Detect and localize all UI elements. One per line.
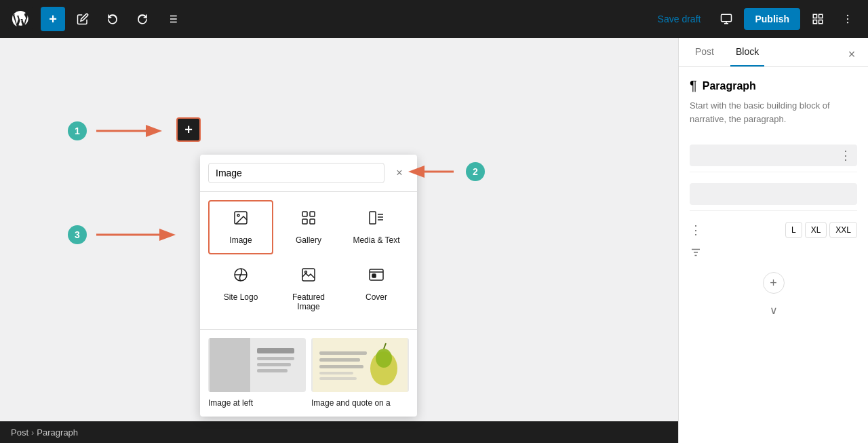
svg-rect-22 bbox=[310, 212, 315, 216]
svg-rect-6 bbox=[722, 14, 732, 22]
tab-block[interactable]: Block bbox=[730, 38, 764, 66]
add-block-editor-button[interactable]: + bbox=[176, 117, 201, 142]
image-block-label: Image bbox=[229, 235, 252, 245]
more-options-button[interactable] bbox=[835, 7, 860, 31]
main-layout: 1 + 3 bbox=[0, 38, 868, 443]
thumbnail-image-quote-label: Image and quote on a bbox=[311, 398, 391, 408]
sidebar-controls: ⋮ ⋮ L XL XXL bbox=[690, 139, 857, 321]
block-item-cover[interactable]: Cover bbox=[344, 257, 409, 321]
tab-post[interactable]: Post bbox=[690, 38, 719, 66]
block-item-featured-image[interactable]: Featured Image bbox=[276, 257, 341, 321]
svg-point-20 bbox=[237, 214, 239, 216]
list-view-icon bbox=[166, 13, 178, 25]
block-item-image[interactable]: Image bbox=[208, 200, 273, 254]
step-3-circle: 3 bbox=[68, 225, 87, 244]
preview-button[interactable] bbox=[714, 7, 738, 31]
size-xxl-button[interactable]: XXL bbox=[829, 222, 857, 238]
more-options-sidebar-icon[interactable]: ⋮ bbox=[690, 223, 702, 237]
paragraph-icon: ¶ bbox=[690, 78, 697, 94]
list-view-button[interactable] bbox=[160, 7, 184, 31]
sidebar-add-row: + bbox=[690, 272, 857, 294]
svg-rect-21 bbox=[302, 212, 307, 216]
size-l-button[interactable]: L bbox=[785, 222, 802, 238]
svg-rect-48 bbox=[319, 377, 357, 380]
publish-button[interactable]: Publish bbox=[744, 8, 800, 30]
annotation-1: 1 bbox=[68, 121, 168, 141]
redo-button[interactable] bbox=[130, 7, 155, 31]
editor-area[interactable]: 1 + 3 bbox=[0, 38, 678, 443]
block-picker-grid: Image Gallery bbox=[200, 192, 417, 329]
size-xl-button[interactable]: XL bbox=[805, 222, 827, 238]
toolbar: + Save draft Publish bbox=[0, 0, 868, 38]
sidebar-block-name: Paragraph bbox=[703, 80, 756, 92]
arrow-1 bbox=[87, 121, 168, 141]
sidebar-block-title-row: ¶ Paragraph bbox=[690, 78, 857, 94]
svg-rect-38 bbox=[257, 363, 291, 366]
step-2-circle: 2 bbox=[466, 162, 485, 181]
svg-rect-45 bbox=[319, 358, 360, 362]
block-item-site-logo[interactable]: Site Logo bbox=[208, 257, 273, 321]
more-options-icon bbox=[842, 13, 854, 25]
svg-rect-46 bbox=[319, 365, 363, 368]
block-item-media-text[interactable]: Media & Text bbox=[344, 200, 409, 254]
block-picker-thumbnails: Image at left bbox=[200, 329, 417, 417]
settings-icon bbox=[812, 13, 824, 25]
annotation-2-container: 2 bbox=[402, 161, 485, 182]
thumbnail-image-quote[interactable]: Image and quote on a bbox=[311, 338, 409, 408]
svg-rect-12 bbox=[813, 20, 816, 24]
add-block-toolbar-button[interactable]: + bbox=[41, 7, 65, 31]
sidebar-input-2[interactable] bbox=[690, 183, 857, 205]
size-controls: L XL XXL bbox=[785, 222, 857, 238]
filter-icon[interactable] bbox=[690, 246, 702, 261]
sidebar-add-button[interactable]: + bbox=[763, 272, 785, 294]
cover-block-label: Cover bbox=[366, 292, 387, 302]
svg-rect-47 bbox=[319, 372, 353, 374]
svg-rect-25 bbox=[370, 212, 376, 224]
sidebar-collapse-button[interactable]: ∨ bbox=[763, 299, 785, 321]
annotation-3: 3 bbox=[68, 225, 182, 245]
gallery-block-icon bbox=[300, 210, 317, 230]
svg-rect-35 bbox=[210, 338, 250, 392]
sidebar-input-1[interactable] bbox=[690, 145, 857, 166]
thumbnail-image-at-left-preview bbox=[208, 338, 306, 392]
sidebar-filter-row bbox=[690, 246, 857, 261]
svg-point-32 bbox=[305, 271, 307, 273]
edit-mode-button[interactable] bbox=[71, 7, 95, 31]
svg-rect-37 bbox=[257, 357, 294, 360]
svg-rect-24 bbox=[310, 219, 315, 224]
sidebar-more-options-row: ⋮ L XL XXL bbox=[690, 222, 857, 238]
sidebar-collapse-row: ∨ bbox=[690, 299, 857, 321]
svg-rect-44 bbox=[319, 351, 367, 355]
sidebar-close-button[interactable]: × bbox=[841, 43, 863, 65]
svg-point-13 bbox=[847, 15, 848, 16]
arrow-2 bbox=[402, 161, 463, 182]
svg-rect-39 bbox=[257, 369, 288, 372]
breadcrumb-post[interactable]: Post bbox=[11, 427, 28, 438]
svg-rect-34 bbox=[372, 274, 376, 277]
featured-image-block-label: Featured Image bbox=[283, 292, 334, 311]
block-search-input[interactable] bbox=[208, 163, 384, 183]
svg-point-42 bbox=[376, 349, 392, 368]
block-item-gallery[interactable]: Gallery bbox=[276, 200, 341, 254]
svg-point-14 bbox=[847, 18, 848, 20]
pencil-icon bbox=[77, 13, 89, 25]
svg-rect-36 bbox=[257, 348, 294, 353]
wp-logo[interactable] bbox=[8, 7, 33, 31]
thumbnail-image-at-left-label: Image at left bbox=[208, 398, 253, 408]
thumbnail-image-quote-preview bbox=[311, 338, 409, 392]
right-sidebar: Post Block × ¶ Paragraph Start with the … bbox=[678, 38, 868, 443]
featured-image-block-icon bbox=[300, 267, 317, 287]
image-block-icon bbox=[233, 210, 249, 230]
sidebar-more-1[interactable]: ⋮ bbox=[840, 148, 852, 163]
svg-rect-11 bbox=[819, 20, 823, 24]
thumbnail-image-at-left[interactable]: Image at left bbox=[208, 338, 306, 408]
sidebar-row-2 bbox=[690, 172, 857, 211]
settings-button[interactable] bbox=[806, 7, 830, 31]
step-1-circle: 1 bbox=[68, 121, 87, 140]
undo-button[interactable] bbox=[100, 7, 125, 31]
breadcrumb-paragraph[interactable]: Paragraph bbox=[37, 427, 78, 438]
sidebar-tabs: Post Block × bbox=[679, 38, 868, 67]
block-picker-popup: 2 × Image bbox=[200, 155, 417, 417]
save-draft-button[interactable]: Save draft bbox=[650, 9, 709, 28]
block-picker-search-bar: 2 × bbox=[200, 155, 417, 192]
